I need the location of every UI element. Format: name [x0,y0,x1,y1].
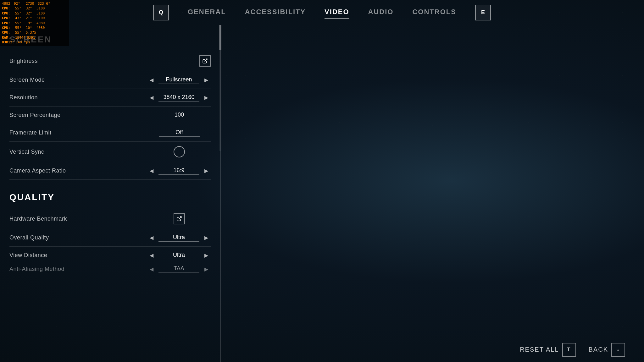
setting-row-framerate: Framerate Limit Off [9,124,211,142]
main-content: SCREEN Brightness Screen Mode ◀ Fullscre… [0,25,220,337]
brightness-label: Brightness [9,58,38,64]
nav-left-key[interactable]: Q [153,5,169,20]
framerate-label: Framerate Limit [9,129,52,136]
reset-all-action[interactable]: RESET ALL T [520,343,576,357]
resolution-value: 3840 x 2160 [158,94,199,101]
resolution-prev[interactable]: ◀ [147,93,156,102]
tab-audio[interactable]: AUDIO [368,8,394,17]
setting-row-anti-aliasing-partial: Anti-Aliasing Method ◀ TAA ▶ [9,264,211,274]
anti-aliasing-next[interactable]: ▶ [202,265,211,273]
screen-percentage-label: Screen Percentage [9,112,61,118]
overall-quality-next[interactable]: ▶ [202,233,211,242]
nav-right-key[interactable]: E [475,5,491,20]
tab-controls[interactable]: CONTROLS [412,8,456,17]
framerate-value: Off [159,129,200,137]
screen-percentage-value: 100 [159,112,200,119]
scroll-indicator[interactable] [219,25,221,151]
overall-quality-prev[interactable]: ◀ [147,233,156,242]
tab-general[interactable]: GENERAL [188,8,226,17]
section-quality-title: QUALITY [9,183,211,209]
vsync-control [148,146,211,157]
benchmark-label: Hardware Benchmark [9,216,67,222]
setting-row-vsync: Vertical Sync [9,142,211,162]
tab-video[interactable]: VIDEO [325,8,349,17]
brightness-line [44,61,199,61]
resolution-next[interactable]: ▶ [202,93,211,102]
reset-all-label: RESET ALL [520,346,559,353]
view-distance-label: View Distance [9,252,47,259]
aspect-ratio-control: ◀ 16:9 ▶ [147,167,211,175]
benchmark-control [148,213,211,224]
setting-row-screen-percentage: Screen Percentage 100 [9,107,211,124]
reset-key-badge: T [562,343,576,357]
screen-mode-control: ◀ Fullscreen ▶ [147,76,211,84]
nav-tabs-container: GENERAL ACCESSIBILITY VIDEO AUDIO CONTRO… [169,8,475,17]
back-action[interactable]: BACK ○ [589,343,625,357]
top-navigation: Q GENERAL ACCESSIBILITY VIDEO AUDIO CONT… [0,0,644,25]
back-label: BACK [589,346,608,353]
setting-row-screen-mode: Screen Mode ◀ Fullscreen ▶ [9,71,211,89]
setting-row-resolution: Resolution ◀ 3840 x 2160 ▶ [9,89,211,107]
aspect-ratio-prev[interactable]: ◀ [147,167,156,175]
scroll-thumb[interactable] [219,25,221,50]
screen-mode-prev[interactable]: ◀ [147,76,156,84]
anti-aliasing-value: TAA [158,265,199,273]
setting-row-view-distance: View Distance ◀ Ultra ▶ [9,247,211,264]
view-distance-next[interactable]: ▶ [202,251,211,260]
view-distance-value: Ultra [158,252,199,259]
resolution-label: Resolution [9,94,38,101]
hud-overlay: 4882 92° 2730 323.6° CPU: 55° 32° 5100 C… [0,0,69,46]
screen-mode-next[interactable]: ▶ [202,76,211,84]
bottom-bar: RESET ALL T BACK ○ [0,337,644,362]
svg-line-1 [179,217,181,219]
tab-accessibility[interactable]: ACCESSIBILITY [245,8,306,17]
brightness-ext-link[interactable] [199,55,211,67]
overall-quality-label: Overall Quality [9,234,49,241]
back-key-badge: ○ [611,343,625,357]
overall-quality-control: ◀ Ultra ▶ [147,233,211,242]
aspect-ratio-label: Camera Aspect Ratio [9,167,66,174]
anti-aliasing-prev[interactable]: ◀ [147,265,156,273]
aspect-ratio-next[interactable]: ▶ [202,167,211,175]
view-distance-prev[interactable]: ◀ [147,251,156,260]
view-distance-control: ◀ Ultra ▶ [147,251,211,260]
screen-percentage-control: 100 [148,112,211,119]
anti-aliasing-control: ◀ TAA ▶ [147,265,211,273]
vsync-toggle[interactable] [174,146,185,157]
overall-quality-value: Ultra [158,234,199,242]
anti-aliasing-label: Anti-Aliasing Method [9,266,64,272]
setting-row-aspect-ratio: Camera Aspect Ratio ◀ 16:9 ▶ [9,162,211,180]
vsync-label: Vertical Sync [9,149,44,155]
setting-row-overall-quality: Overall Quality ◀ Ultra ▶ [9,229,211,247]
aspect-ratio-value: 16:9 [158,167,199,175]
framerate-control: Off [148,129,211,137]
screen-mode-label: Screen Mode [9,77,45,83]
resolution-control: ◀ 3840 x 2160 ▶ [147,93,211,102]
benchmark-ext-link[interactable] [174,213,185,224]
setting-row-benchmark: Hardware Benchmark [9,209,211,229]
screen-mode-value: Fullscreen [158,76,199,84]
setting-row-brightness: Brightness [9,51,211,71]
svg-line-0 [205,59,207,61]
